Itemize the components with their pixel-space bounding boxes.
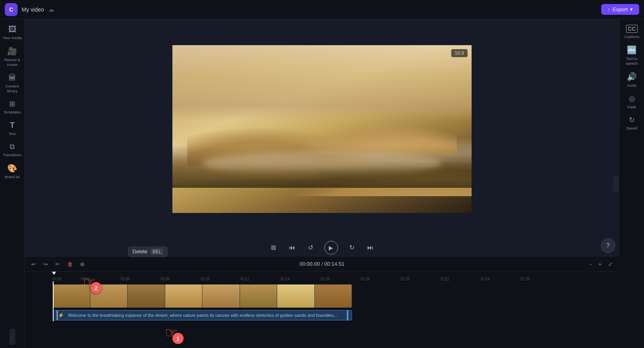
speed-icon: ↻ xyxy=(629,115,635,124)
aspect-ratio-badge: 16:9 xyxy=(451,49,468,57)
zoom-controls: − + ⤢ xyxy=(586,259,615,269)
video-frame xyxy=(172,45,472,213)
timeline-ruler: 0:00 0:04 0:06 0:08 0:10 0:12 0:14 0:16 … xyxy=(25,272,619,281)
ruler-marks: 0:00 0:04 0:06 0:08 0:10 0:12 0:14 0:16 … xyxy=(53,277,561,281)
main-layout: 🖼 Your media 🎥 Record &create 🏛 Contentl… xyxy=(0,19,644,348)
sidebar-item-speed[interactable]: ↻ Speed xyxy=(621,113,643,133)
video-thumb-3 xyxy=(128,284,165,308)
caption-resize-right[interactable] xyxy=(347,310,348,320)
undo-button[interactable]: ↩ xyxy=(29,259,38,269)
video-canvas: 16:9 xyxy=(172,45,472,213)
forward-button[interactable]: ↻ xyxy=(348,242,356,253)
ruler-mark-12: 0:12 xyxy=(241,277,281,281)
cut-button[interactable]: ✂ xyxy=(53,259,62,269)
mute-button[interactable]: ⊠ xyxy=(269,242,278,253)
sidebar-item-fade[interactable]: ◎ Fade xyxy=(621,92,643,111)
right-sidebar-container: ‹ CC Captions 🔤 Text tospeech 🔊 Audio ◎ … xyxy=(619,19,644,348)
playback-controls: ⊠ ⏮ ↺ ▶ ↻ ⏭ ⛶ xyxy=(25,239,619,256)
rewind-button[interactable]: ↺ xyxy=(306,242,315,253)
sidebar-item-label: Captions xyxy=(624,34,640,39)
your-media-icon: 🖼 xyxy=(8,25,16,34)
sidebar-item-label: Fade xyxy=(628,105,636,109)
play-button[interactable]: ▶ xyxy=(324,241,338,255)
sidebar-item-text[interactable]: T Text xyxy=(1,118,24,138)
topbar-left: C My video ☁ xyxy=(5,3,54,16)
brand-kit-icon: 🎨 xyxy=(7,163,17,173)
record-create-icon: 🎥 xyxy=(7,46,17,56)
add-media-button[interactable]: ⊕ xyxy=(78,259,87,269)
help-button[interactable]: ? xyxy=(601,239,615,253)
app-logo: C xyxy=(5,3,18,16)
add-media-icon: ⊕ xyxy=(80,261,85,267)
video-thumb-5 xyxy=(202,284,240,308)
sidebar-item-label: Speed xyxy=(626,126,637,130)
sidebar-item-record-create[interactable]: 🎥 Record &create xyxy=(1,44,24,69)
export-icon: ↑ xyxy=(608,6,610,12)
zoom-in-button[interactable]: + xyxy=(596,259,604,269)
zoom-fit-button[interactable]: ⤢ xyxy=(606,259,615,269)
ruler-mark-24: 0:24 xyxy=(481,277,521,281)
timeline-toolbar: ↩ ↪ ✂ 🗑 Delete DEL ⊕ 00:00.00 / xyxy=(25,257,619,272)
sidebar-item-text-to-speech[interactable]: 🔤 Text tospeech xyxy=(621,43,643,68)
left-sidebar: 🖼 Your media 🎥 Record &create 🏛 Contentl… xyxy=(0,19,25,348)
skip-back-button[interactable]: ⏮ xyxy=(287,243,297,253)
ruler-mark-8: 0:08 xyxy=(161,277,201,281)
caption-track[interactable]: ⚡ Welcome to the breathtaking expanse of… xyxy=(53,310,619,321)
timeline-body: 0:00 0:04 0:06 0:08 0:10 0:12 0:14 0:16 … xyxy=(25,272,619,348)
sidebar-item-label: Record &create xyxy=(4,58,20,67)
playhead-line xyxy=(53,281,54,321)
zoom-out-button[interactable]: − xyxy=(586,259,594,269)
sidebar-item-audio[interactable]: 🔊 Audio xyxy=(621,70,643,90)
sidebar-item-templates[interactable]: ⊞ Templates xyxy=(1,97,24,117)
video-track[interactable] xyxy=(53,284,619,308)
mute-icon: ⊠ xyxy=(271,244,276,251)
sidebar-item-content-library[interactable]: 🏛 Contentlibrary xyxy=(1,71,24,95)
sidebar-item-transitions[interactable]: ⧉ Transitions xyxy=(1,140,24,159)
forward-icon: ↻ xyxy=(349,244,354,251)
text-icon: T xyxy=(10,121,14,130)
export-label: Export xyxy=(612,6,628,12)
sidebar-item-label: Your media xyxy=(3,36,22,40)
video-thumb-1 xyxy=(53,284,90,308)
sidebar-expand-button[interactable]: › xyxy=(10,329,15,345)
redo-button[interactable]: ↪ xyxy=(41,259,50,269)
playhead-triangle xyxy=(52,272,56,275)
rewind-icon: ↺ xyxy=(308,244,313,251)
play-icon: ▶ xyxy=(329,245,333,251)
templates-icon: ⊞ xyxy=(9,99,15,108)
sidebar-item-label: Text tospeech xyxy=(626,56,638,66)
step-badge-1: 1 xyxy=(172,333,184,344)
sidebar-item-label: Audio xyxy=(627,83,636,87)
delete-button[interactable]: 🗑 Delete DEL xyxy=(65,259,75,269)
ruler-mark-20: 0:20 xyxy=(401,277,441,281)
skip-forward-icon: ⏭ xyxy=(367,244,374,251)
delete-tooltip: Delete DEL xyxy=(128,247,168,257)
audio-icon: 🔊 xyxy=(627,72,637,82)
cursor-annotation-1: ☞ 1 xyxy=(165,326,178,340)
export-chevron-icon: ▾ xyxy=(630,6,633,12)
center-area: 16:9 ⊠ ⏮ ↺ ▶ ↻ ⏭ ⛶ xyxy=(25,19,619,348)
export-button[interactable]: ↑ Export ▾ xyxy=(601,4,639,15)
right-collapse-button[interactable]: ‹ xyxy=(613,176,619,192)
sidebar-item-your-media[interactable]: 🖼 Your media xyxy=(1,22,24,42)
timeline-tracks: ⚡ Welcome to the breathtaking expanse of… xyxy=(25,281,619,321)
content-library-icon: 🏛 xyxy=(8,73,16,82)
caption-icon: ⚡ xyxy=(58,312,64,318)
sidebar-item-brand-kit[interactable]: 🎨 Brand kit xyxy=(1,161,24,181)
delete-tooltip-label: Delete xyxy=(132,249,148,255)
caption-strip: ⚡ Welcome to the breathtaking expanse of… xyxy=(53,310,352,320)
ruler-mark-6: 0:06 xyxy=(121,277,161,281)
sidebar-item-label: Templates xyxy=(4,110,21,114)
timeline-left-gutter xyxy=(25,281,53,321)
video-thumb-4 xyxy=(165,284,203,308)
skip-forward-button[interactable]: ⏭ xyxy=(366,243,375,253)
ruler-mark-0: 0:00 xyxy=(53,277,81,281)
skip-back-icon: ⏮ xyxy=(289,244,295,251)
sidebar-item-label: Transitions xyxy=(3,153,21,157)
sidebar-item-label: Brand kit xyxy=(5,175,20,179)
caption-text: Welcome to the breathtaking expanse of t… xyxy=(68,313,347,318)
cloud-save-button[interactable]: ☁ xyxy=(48,6,54,13)
sidebar-item-label: Contentlibrary xyxy=(6,84,19,93)
sidebar-item-captions[interactable]: CC Captions xyxy=(621,22,643,41)
project-title: My video xyxy=(22,6,44,13)
